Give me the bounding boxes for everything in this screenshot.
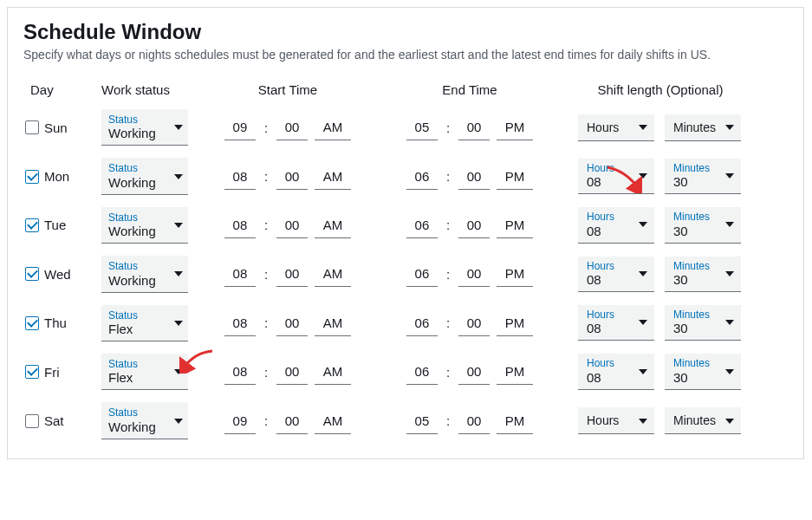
shift-minutes-dropdown[interactable]: Minutes [665, 114, 741, 141]
schedule-row: WedStatusWorking08:00AM06:00PMHours08Min… [23, 256, 788, 292]
end-hour-input[interactable]: 06 [406, 261, 438, 287]
start-ampm-input[interactable]: AM [315, 261, 351, 287]
shift-hours-dropdown[interactable]: Hours08 [578, 305, 654, 341]
shift-hours-dropdown[interactable]: Hours [578, 114, 654, 141]
day-checkbox[interactable] [25, 414, 39, 428]
end-minute-input[interactable]: 00 [458, 310, 490, 336]
day-label: Sat [44, 413, 64, 428]
end-hour-input[interactable]: 05 [406, 114, 438, 140]
day-cell: Fri [23, 365, 101, 380]
day-checkbox[interactable] [25, 120, 39, 134]
work-status-dropdown[interactable]: StatusWorking [101, 207, 188, 244]
start-minute-input[interactable]: 00 [276, 114, 308, 140]
chevron-down-icon [639, 419, 647, 424]
end-ampm-input[interactable]: PM [497, 261, 533, 287]
start-hour-input[interactable]: 08 [224, 261, 256, 287]
start-hour-input[interactable]: 09 [224, 114, 256, 140]
start-hour-input[interactable]: 08 [224, 212, 256, 238]
start-hour-input[interactable]: 08 [224, 310, 256, 336]
work-status-dropdown[interactable]: StatusWorking [101, 402, 188, 439]
day-label: Fri [44, 365, 60, 380]
shift-hours-placeholder: Hours [587, 413, 619, 428]
shift-hours-dropdown[interactable]: Hours08 [578, 354, 654, 389]
end-minute-input[interactable]: 00 [458, 212, 490, 238]
end-minute-input[interactable]: 00 [458, 359, 490, 385]
day-cell: Wed [23, 267, 101, 282]
shift-hours-dropdown[interactable]: Hours [578, 407, 654, 434]
column-headers: Day Work status Start Time End Time Shif… [23, 82, 788, 97]
start-minute-input[interactable]: 00 [276, 408, 308, 434]
start-ampm-input[interactable]: AM [315, 114, 351, 140]
start-minute-input[interactable]: 00 [276, 261, 308, 287]
work-status-dropdown[interactable]: StatusWorking [101, 256, 188, 292]
end-ampm-input[interactable]: PM [497, 114, 533, 140]
schedule-row: SatStatusWorking09:00AM05:00PMHoursMinut… [23, 402, 788, 439]
work-status-dropdown[interactable]: StatusWorking [101, 158, 188, 194]
time-colon: : [263, 413, 270, 428]
day-checkbox[interactable] [25, 218, 39, 232]
start-hour-input[interactable]: 08 [224, 164, 256, 190]
shift-minutes-dropdown[interactable]: Minutes [665, 407, 741, 434]
work-status-dropdown[interactable]: StatusFlex [101, 305, 188, 341]
header-shift-length: Shift length (Optional) [561, 82, 743, 97]
end-minute-input[interactable]: 00 [458, 261, 490, 287]
start-time: 08:00AM [197, 261, 379, 287]
shift-minutes-dropdown[interactable]: Minutes30 [665, 354, 741, 389]
end-ampm-input[interactable]: PM [497, 164, 533, 190]
start-time: 08:00AM [197, 212, 379, 238]
start-minute-input[interactable]: 00 [276, 164, 308, 190]
end-minute-input[interactable]: 00 [458, 164, 490, 190]
chevron-down-icon [174, 174, 183, 179]
shift-minutes-dropdown[interactable]: Minutes30 [665, 159, 741, 194]
start-minute-input[interactable]: 00 [276, 212, 308, 238]
start-ampm-input[interactable]: AM [315, 408, 351, 434]
shift-hours-placeholder: Hours [587, 120, 619, 135]
shift-hours-dropdown[interactable]: Hours08 [578, 257, 654, 292]
shift-minutes-label: Minutes [673, 162, 710, 174]
end-hour-input[interactable]: 06 [406, 310, 438, 336]
end-ampm-input[interactable]: PM [497, 212, 533, 238]
start-hour-input[interactable]: 08 [224, 359, 256, 385]
end-hour-input[interactable]: 06 [406, 359, 438, 385]
shift-hours-dropdown[interactable]: Hours08 [578, 207, 654, 243]
start-ampm-input[interactable]: AM [315, 359, 351, 385]
end-minute-input[interactable]: 00 [458, 408, 490, 434]
schedule-window-panel: Schedule Window Specify what days or nig… [7, 7, 804, 459]
schedule-rows: SunStatusWorking09:00AM05:00PMHoursMinut… [23, 109, 788, 439]
end-hour-input[interactable]: 06 [406, 212, 438, 238]
day-cell: Tue [23, 218, 101, 232]
day-cell: Sun [23, 120, 101, 135]
end-ampm-input[interactable]: PM [497, 310, 533, 336]
shift-minutes-dropdown[interactable]: Minutes30 [665, 305, 741, 341]
time-colon: : [263, 120, 270, 135]
start-ampm-input[interactable]: AM [315, 164, 351, 190]
work-status-dropdown[interactable]: StatusFlex [101, 354, 188, 390]
day-checkbox[interactable] [25, 267, 39, 281]
chevron-down-icon [639, 271, 647, 276]
shift-minutes-value: 30 [673, 321, 710, 336]
end-hour-input[interactable]: 05 [406, 408, 438, 434]
start-ampm-input[interactable]: AM [315, 212, 351, 238]
start-minute-input[interactable]: 00 [276, 310, 308, 336]
end-ampm-input[interactable]: PM [497, 359, 533, 385]
chevron-down-icon [725, 320, 734, 325]
shift-hours-value: 08 [587, 224, 614, 239]
shift-minutes-dropdown[interactable]: Minutes30 [665, 257, 741, 292]
start-hour-input[interactable]: 09 [224, 408, 256, 434]
day-checkbox[interactable] [25, 365, 39, 379]
shift-hours-dropdown[interactable]: Hours08 [578, 159, 654, 194]
work-status-dropdown[interactable]: StatusWorking [101, 109, 188, 146]
schedule-row: FriStatusFlex08:00AM06:00PMHours08Minute… [23, 354, 788, 390]
shift-hours-value: 08 [587, 272, 614, 288]
day-checkbox[interactable] [25, 316, 39, 330]
start-ampm-input[interactable]: AM [315, 310, 351, 336]
time-colon: : [445, 169, 451, 184]
shift-minutes-dropdown[interactable]: Minutes30 [665, 207, 741, 243]
end-minute-input[interactable]: 00 [458, 114, 490, 140]
end-ampm-input[interactable]: PM [497, 408, 533, 434]
day-checkbox[interactable] [25, 170, 39, 184]
status-value: Working [108, 419, 156, 435]
start-minute-input[interactable]: 00 [276, 359, 308, 385]
end-hour-input[interactable]: 06 [406, 164, 438, 190]
start-time: 09:00AM [197, 114, 379, 140]
